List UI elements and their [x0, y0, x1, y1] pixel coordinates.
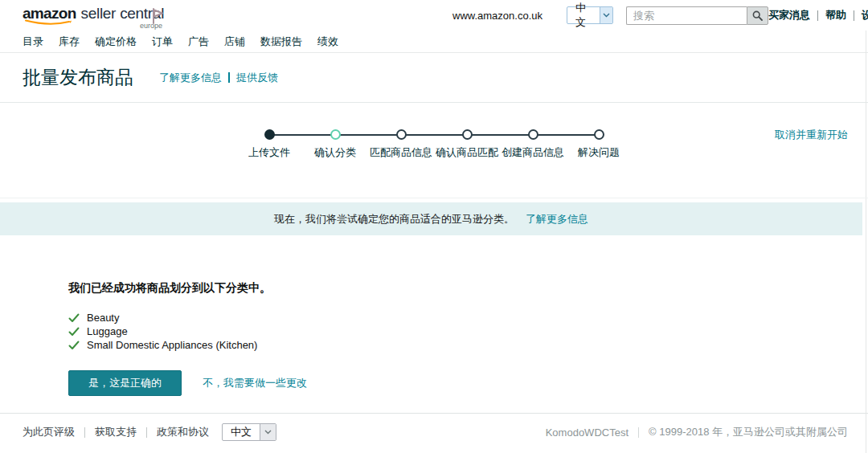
search-input[interactable] [626, 6, 747, 25]
nav-item-advertising[interactable]: 广告 [188, 35, 209, 49]
search-icon [752, 10, 763, 21]
action-row: 是，这是正确的 不，我需要做一些更改 [68, 370, 868, 396]
footer: 为此页评级 获取支持 政策和协议 中文 KomodoWDCTest © 1999… [0, 413, 868, 451]
policies-agreements-link[interactable]: 政策和协议 [157, 425, 209, 439]
step-label: 创建商品信息 [502, 145, 564, 160]
top-header: amazon seller central europe www.amazon.… [0, 0, 868, 31]
divider [84, 427, 85, 438]
step-dot-upcoming [594, 129, 604, 140]
chevron-down-icon [600, 7, 612, 23]
category-label: Small Domestic Appliances (Kitchen) [87, 339, 257, 351]
header-searchbox [626, 6, 768, 25]
header-language-value: 中文 [567, 7, 600, 23]
step-match-product-info: 匹配商品信息 [368, 129, 434, 160]
step-label: 匹配商品信息 [370, 145, 432, 160]
step-label: 解决问题 [578, 145, 620, 160]
list-item: Beauty [68, 311, 868, 324]
nav-item-pricing[interactable]: 确定价格 [95, 35, 137, 49]
nav-item-catalog[interactable]: 目录 [23, 35, 43, 49]
buyer-messages-link[interactable]: 买家消息 [768, 8, 810, 22]
search-button[interactable] [747, 6, 768, 25]
step-dot-upcoming [396, 129, 407, 140]
header-language-select[interactable]: 中文 [567, 6, 613, 24]
nav-item-reports[interactable]: 数据报告 [260, 35, 302, 49]
info-banner: 现在，我们将尝试确定您的商品适合的亚马逊分类。 了解更多信息 [0, 202, 862, 235]
cancel-restart-link[interactable]: 取消并重新开始 [775, 128, 848, 142]
list-item: Luggage [68, 324, 868, 338]
category-list: Beauty Luggage Small Domestic Appliances… [68, 311, 868, 352]
header-links: 买家消息 帮助 设置 [768, 8, 868, 22]
marketplace-url: www.amazon.co.uk [452, 10, 542, 22]
list-item: Small Domestic Appliances (Kitchen) [68, 338, 868, 352]
get-support-link[interactable]: 获取支持 [95, 425, 137, 439]
make-changes-link[interactable]: 不，我需要做一些更改 [203, 376, 307, 390]
copyright-text: © 1999-2018 年，亚马逊公司或其附属公司 [649, 425, 848, 439]
account-name: KomodoWDCTest [546, 426, 628, 439]
amazon-smile-icon [25, 19, 73, 26]
check-icon [68, 313, 80, 323]
divider [638, 427, 639, 438]
step-create-product-info: 创建商品信息 [500, 129, 566, 160]
divider [228, 72, 230, 83]
nav-item-orders[interactable]: 订单 [152, 35, 173, 49]
step-dot-current [330, 129, 341, 140]
step-label: 确认商品匹配 [436, 145, 498, 160]
category-label: Beauty [87, 312, 119, 324]
step-label: 上传文件 [248, 145, 290, 160]
category-result-panel: 我们已经成功将商品划分到以下分类中。 Beauty Luggage Small … [0, 235, 868, 413]
banner-learn-more-link[interactable]: 了解更多信息 [526, 212, 588, 226]
confirm-correct-button[interactable]: 是，这是正确的 [68, 370, 182, 396]
feedback-link[interactable]: 提供反馈 [236, 71, 278, 85]
step-confirm-category: 确认分类 [302, 129, 368, 160]
help-link[interactable]: 帮助 [825, 8, 846, 22]
page-title-bar: 批量发布商品 了解更多信息 提供反馈 [0, 53, 868, 103]
divider [817, 10, 818, 21]
footer-language-select[interactable]: 中文 [222, 423, 276, 441]
amazon-seller-central-logo[interactable]: amazon seller central europe [23, 5, 164, 27]
divider [146, 427, 147, 438]
result-heading: 我们已经成功将商品划分到以下分类中。 [68, 281, 868, 296]
footer-language-value: 中文 [223, 424, 260, 440]
page-title: 批量发布商品 [23, 65, 133, 90]
category-label: Luggage [87, 325, 128, 337]
banner-message: 现在，我们将尝试确定您的商品适合的亚马逊分类。 [274, 212, 514, 226]
main-nav: 目录 库存 确定价格 订单 广告 店铺 数据报告 绩效 [0, 31, 868, 53]
page-right-edge [866, 0, 866, 453]
wizard-stepper-section: 上传文件 确认分类 匹配商品信息 确认商品匹配 创建商品信息 解决问题 取消并重… [0, 103, 868, 198]
learn-more-link[interactable]: 了解更多信息 [159, 71, 222, 85]
step-resolve-issues: 解决问题 [566, 129, 632, 160]
settings-link[interactable]: 设置 [862, 8, 868, 22]
nav-item-performance[interactable]: 绩效 [317, 35, 338, 49]
divider [854, 10, 854, 21]
step-dot-complete [264, 129, 275, 140]
pennant-flag-icon[interactable] [149, 7, 166, 25]
nav-item-stores[interactable]: 店铺 [224, 35, 245, 49]
footer-right: KomodoWDCTest © 1999-2018 年，亚马逊公司或其附属公司 [546, 425, 848, 439]
step-label: 确认分类 [314, 145, 356, 160]
progress-stepper: 上传文件 确认分类 匹配商品信息 确认商品匹配 创建商品信息 解决问题 [236, 129, 632, 160]
step-dot-upcoming [528, 129, 538, 140]
step-confirm-product-match: 确认商品匹配 [434, 129, 500, 160]
step-upload-file: 上传文件 [236, 129, 302, 160]
rate-page-link[interactable]: 为此页评级 [23, 425, 75, 439]
step-dot-upcoming [462, 129, 473, 140]
nav-item-inventory[interactable]: 库存 [59, 35, 80, 49]
check-icon [68, 341, 80, 350]
check-icon [68, 327, 80, 337]
chevron-down-icon [260, 424, 276, 440]
